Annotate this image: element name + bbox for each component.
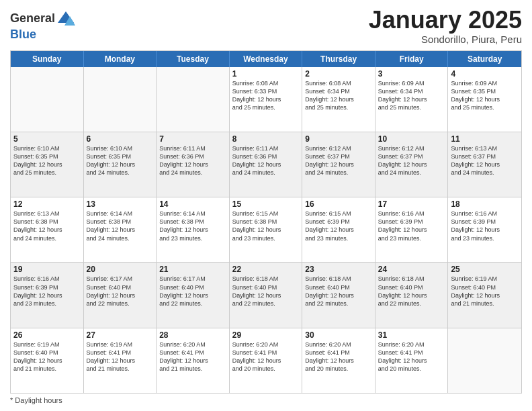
cell-info: Sunrise: 6:15 AM Sunset: 6:38 PM Dayligh… — [232, 210, 300, 242]
day-number: 22 — [232, 265, 300, 274]
cal-cell — [157, 67, 230, 132]
cell-info: Sunrise: 6:20 AM Sunset: 6:41 PM Dayligh… — [232, 340, 300, 373]
cell-info: Sunrise: 6:16 AM Sunset: 6:39 PM Dayligh… — [378, 210, 445, 242]
cell-info: Sunrise: 6:18 AM Sunset: 6:40 PM Dayligh… — [232, 275, 300, 308]
logo-general: General — [10, 12, 55, 26]
cal-cell — [448, 328, 521, 393]
day-number: 29 — [232, 330, 300, 340]
calendar: SundayMondayTuesdayWednesdayThursdayFrid… — [10, 50, 522, 394]
day-number: 27 — [87, 330, 154, 340]
cell-info: Sunrise: 6:10 AM Sunset: 6:35 PM Dayligh… — [13, 144, 81, 177]
day-number: 21 — [159, 265, 226, 274]
cal-cell: 12Sunrise: 6:13 AM Sunset: 6:38 PM Dayli… — [11, 197, 84, 262]
cal-cell: 29Sunrise: 6:20 AM Sunset: 6:41 PM Dayli… — [230, 328, 303, 393]
cell-info: Sunrise: 6:09 AM Sunset: 6:35 PM Dayligh… — [451, 79, 519, 112]
weekday-header-saturday: Saturday — [448, 51, 521, 67]
cell-info: Sunrise: 6:18 AM Sunset: 6:40 PM Dayligh… — [378, 275, 445, 308]
cell-info: Sunrise: 6:11 AM Sunset: 6:36 PM Dayligh… — [232, 144, 300, 177]
cal-cell: 2Sunrise: 6:08 AM Sunset: 6:34 PM Daylig… — [302, 67, 375, 132]
weekday-header-wednesday: Wednesday — [230, 51, 303, 67]
day-number: 19 — [13, 265, 81, 274]
daylight-label: Daylight hours — [15, 396, 62, 404]
day-number: 31 — [378, 330, 445, 340]
cal-cell: 1Sunrise: 6:08 AM Sunset: 6:33 PM Daylig… — [230, 67, 303, 132]
cal-cell: 25Sunrise: 6:19 AM Sunset: 6:40 PM Dayli… — [448, 263, 521, 327]
cal-cell — [11, 67, 84, 132]
weekday-header-sunday: Sunday — [11, 51, 84, 67]
day-number: 8 — [232, 134, 300, 144]
weekday-header-friday: Friday — [375, 51, 449, 67]
cal-cell: 5Sunrise: 6:10 AM Sunset: 6:35 PM Daylig… — [11, 132, 84, 197]
cal-cell: 27Sunrise: 6:19 AM Sunset: 6:41 PM Dayli… — [84, 328, 157, 393]
cal-cell: 28Sunrise: 6:20 AM Sunset: 6:41 PM Dayli… — [157, 328, 230, 393]
cell-info: Sunrise: 6:19 AM Sunset: 6:40 PM Dayligh… — [13, 340, 81, 373]
month-title: January 2025 — [369, 7, 522, 34]
cell-info: Sunrise: 6:16 AM Sunset: 6:39 PM Dayligh… — [13, 275, 81, 308]
cell-info: Sunrise: 6:20 AM Sunset: 6:41 PM Dayligh… — [159, 340, 226, 373]
day-number: 12 — [13, 199, 81, 209]
cal-cell: 21Sunrise: 6:17 AM Sunset: 6:40 PM Dayli… — [157, 263, 230, 327]
cal-cell: 22Sunrise: 6:18 AM Sunset: 6:40 PM Dayli… — [230, 263, 303, 327]
footer-note: * Daylight hours — [10, 394, 522, 404]
week-row-5: 26Sunrise: 6:19 AM Sunset: 6:40 PM Dayli… — [11, 328, 521, 393]
cell-info: Sunrise: 6:08 AM Sunset: 6:33 PM Dayligh… — [232, 79, 300, 112]
cell-info: Sunrise: 6:20 AM Sunset: 6:41 PM Dayligh… — [378, 340, 445, 373]
cell-info: Sunrise: 6:19 AM Sunset: 6:40 PM Dayligh… — [451, 275, 519, 308]
day-number: 20 — [87, 265, 154, 274]
day-number: 6 — [87, 134, 154, 144]
cell-info: Sunrise: 6:10 AM Sunset: 6:35 PM Dayligh… — [87, 144, 154, 177]
cell-info: Sunrise: 6:19 AM Sunset: 6:41 PM Dayligh… — [87, 340, 154, 373]
week-row-1: 1Sunrise: 6:08 AM Sunset: 6:33 PM Daylig… — [11, 67, 521, 132]
cal-cell: 14Sunrise: 6:14 AM Sunset: 6:38 PM Dayli… — [157, 197, 230, 262]
cell-info: Sunrise: 6:16 AM Sunset: 6:39 PM Dayligh… — [451, 210, 519, 242]
cal-cell: 20Sunrise: 6:17 AM Sunset: 6:40 PM Dayli… — [84, 263, 157, 327]
cal-cell: 18Sunrise: 6:16 AM Sunset: 6:39 PM Dayli… — [448, 197, 521, 262]
cal-cell: 19Sunrise: 6:16 AM Sunset: 6:39 PM Dayli… — [11, 263, 84, 327]
cal-cell: 9Sunrise: 6:12 AM Sunset: 6:37 PM Daylig… — [302, 132, 375, 197]
cal-cell: 6Sunrise: 6:10 AM Sunset: 6:35 PM Daylig… — [84, 132, 157, 197]
day-number: 10 — [378, 134, 445, 144]
cell-info: Sunrise: 6:12 AM Sunset: 6:37 PM Dayligh… — [378, 144, 445, 177]
cell-info: Sunrise: 6:15 AM Sunset: 6:39 PM Dayligh… — [305, 210, 372, 242]
day-number: 11 — [451, 134, 519, 144]
cal-cell: 31Sunrise: 6:20 AM Sunset: 6:41 PM Dayli… — [375, 328, 449, 393]
cell-info: Sunrise: 6:13 AM Sunset: 6:37 PM Dayligh… — [451, 144, 519, 177]
day-number: 25 — [451, 265, 519, 274]
cal-cell: 8Sunrise: 6:11 AM Sunset: 6:36 PM Daylig… — [230, 132, 303, 197]
cell-info: Sunrise: 6:08 AM Sunset: 6:34 PM Dayligh… — [305, 79, 372, 112]
logo-icon — [56, 9, 75, 28]
calendar-body: 1Sunrise: 6:08 AM Sunset: 6:33 PM Daylig… — [11, 67, 521, 393]
cal-cell: 4Sunrise: 6:09 AM Sunset: 6:35 PM Daylig… — [448, 67, 521, 132]
title-block: January 2025 Sondorillo, Piura, Peru — [369, 7, 522, 45]
cal-cell: 15Sunrise: 6:15 AM Sunset: 6:38 PM Dayli… — [230, 197, 303, 262]
cal-cell: 17Sunrise: 6:16 AM Sunset: 6:39 PM Dayli… — [375, 197, 449, 262]
cal-cell: 13Sunrise: 6:14 AM Sunset: 6:38 PM Dayli… — [84, 197, 157, 262]
day-number: 23 — [305, 265, 372, 274]
cell-info: Sunrise: 6:20 AM Sunset: 6:41 PM Dayligh… — [305, 340, 372, 373]
week-row-4: 19Sunrise: 6:16 AM Sunset: 6:39 PM Dayli… — [11, 262, 521, 327]
cal-cell: 30Sunrise: 6:20 AM Sunset: 6:41 PM Dayli… — [302, 328, 375, 393]
day-number: 13 — [87, 199, 154, 209]
weekday-header-monday: Monday — [84, 51, 157, 67]
weekday-header-thursday: Thursday — [302, 51, 375, 67]
cal-cell: 23Sunrise: 6:18 AM Sunset: 6:40 PM Dayli… — [302, 263, 375, 327]
day-number: 1 — [232, 69, 300, 79]
cell-info: Sunrise: 6:13 AM Sunset: 6:38 PM Dayligh… — [13, 210, 81, 242]
day-number: 15 — [232, 199, 300, 209]
cal-cell: 7Sunrise: 6:11 AM Sunset: 6:36 PM Daylig… — [157, 132, 230, 197]
cal-cell: 26Sunrise: 6:19 AM Sunset: 6:40 PM Dayli… — [11, 328, 84, 393]
cal-cell: 10Sunrise: 6:12 AM Sunset: 6:37 PM Dayli… — [375, 132, 449, 197]
header: General Blue January 2025 Sondorillo, Pi… — [10, 7, 522, 45]
cell-info: Sunrise: 6:18 AM Sunset: 6:40 PM Dayligh… — [305, 275, 372, 308]
cal-cell: 16Sunrise: 6:15 AM Sunset: 6:39 PM Dayli… — [302, 197, 375, 262]
cal-cell: 24Sunrise: 6:18 AM Sunset: 6:40 PM Dayli… — [375, 263, 449, 327]
weekday-header-tuesday: Tuesday — [157, 51, 230, 67]
location-subtitle: Sondorillo, Piura, Peru — [369, 34, 522, 45]
day-number: 30 — [305, 330, 372, 340]
day-number: 28 — [159, 330, 226, 340]
day-number: 14 — [159, 199, 226, 209]
day-number: 26 — [13, 330, 81, 340]
week-row-3: 12Sunrise: 6:13 AM Sunset: 6:38 PM Dayli… — [11, 197, 521, 262]
day-number: 5 — [13, 134, 81, 144]
day-number: 16 — [305, 199, 372, 209]
